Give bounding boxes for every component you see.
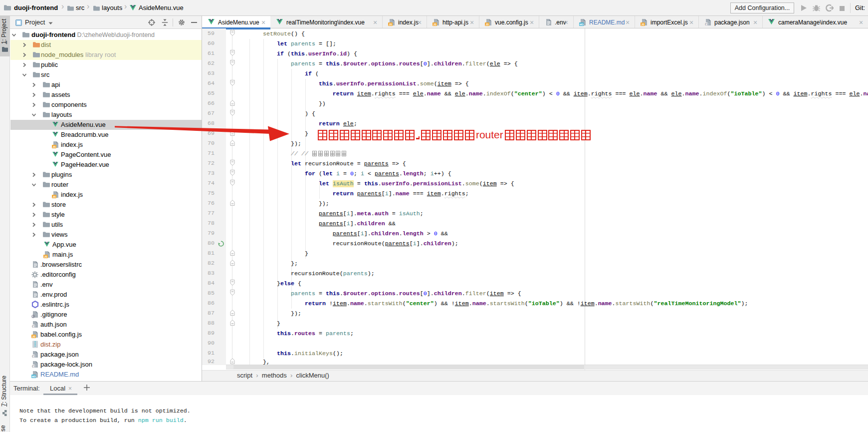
svg-text:JS: JS	[52, 195, 56, 198]
svg-text:{}: {}	[31, 355, 35, 358]
svg-text:JS: JS	[485, 23, 489, 26]
svg-text:JS: JS	[44, 255, 47, 258]
svg-text:{}: {}	[31, 365, 35, 368]
svg-text:JS: JS	[389, 23, 392, 26]
svg-text:JS: JS	[641, 23, 645, 26]
svg-text:MD: MD	[32, 375, 36, 378]
svg-text:{}: {}	[704, 22, 708, 26]
svg-text:JS: JS	[433, 23, 436, 26]
svg-text:{}: {}	[31, 325, 35, 328]
svg-text:MD: MD	[580, 23, 584, 26]
svg-text:JS: JS	[32, 335, 35, 338]
